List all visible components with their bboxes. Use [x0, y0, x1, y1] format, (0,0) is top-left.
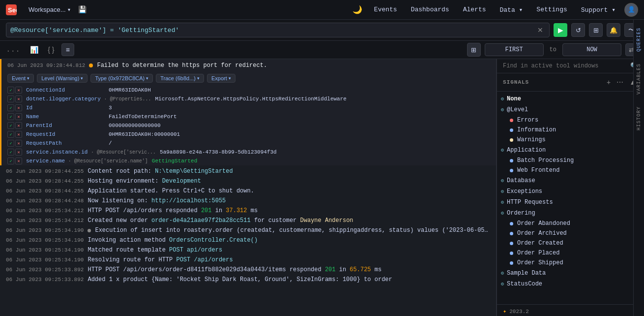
list-item[interactable]: 06 Jun 2023 09:25:34.212 HTTP POST /api/… — [0, 206, 496, 216]
signal-item-warnings[interactable]: Warnings — [497, 135, 644, 145]
log-message: HTTP POST /api/orders/order-d8411fb882e0… — [88, 266, 490, 273]
signal-item-errors[interactable]: Errors — [497, 115, 644, 125]
prop-include-check[interactable]: ✓ — [7, 122, 14, 129]
nav-settings-button[interactable]: Settings — [531, 4, 572, 15]
signal-radio-icon: ⊙ — [501, 107, 504, 113]
view-code-button[interactable]: { } — [45, 43, 58, 56]
view-list-button[interactable]: ≡ — [61, 43, 74, 56]
nav-alerts-button[interactable]: Alerts — [458, 4, 491, 15]
prop-exclude-check[interactable]: ✕ — [15, 122, 22, 129]
query-history-button[interactable]: ↺ — [571, 23, 585, 37]
signal-exceptions-header[interactable]: ⊙ Exceptions — [497, 186, 644, 197]
query-input[interactable] — [10, 27, 535, 34]
prop-include-check[interactable]: ✓ — [7, 95, 14, 102]
signal-item-order-placed[interactable]: Order Placed — [497, 248, 644, 258]
signal-level-label: @Level — [507, 106, 637, 113]
nav-events-button[interactable]: Events — [369, 4, 402, 15]
signal-none-header[interactable]: ⊙ None — [497, 94, 644, 104]
prop-exclude-check[interactable]: ✕ — [15, 149, 22, 156]
query-grid-button[interactable]: ⊞ — [589, 23, 603, 37]
prop-include-check[interactable]: ✓ — [7, 131, 14, 138]
prop-include-check[interactable]: ✓ — [7, 140, 14, 147]
list-item[interactable]: 06 Jun 2023 09:28:44.255 Content root pa… — [0, 166, 496, 176]
prop-include-check[interactable]: ✓ — [7, 113, 14, 120]
view-bar-button[interactable]: 📊 — [28, 43, 41, 56]
signal-item-order-abandoned[interactable]: Order Abandoned — [497, 219, 644, 228]
nav-data-button[interactable]: Data ▾ — [495, 4, 527, 16]
log-level-dot — [88, 229, 91, 232]
prop-exclude-check[interactable]: ✕ — [15, 140, 22, 147]
signal-application-header[interactable]: ⊙ Application ▲ — [497, 145, 644, 156]
signal-http-requests-header[interactable]: ⊙ HTTP Requests — [497, 197, 644, 208]
list-item[interactable]: 06 Jun 2023 09:25:33.892 Added 1 x produ… — [0, 275, 496, 284]
event-detail: 06 Jun 2023 09:28:44.812 Failed to deter… — [0, 59, 496, 165]
signal-item-order-archived[interactable]: Order Archived — [497, 228, 644, 238]
signal-ordering-header[interactable]: ⊙ Ordering ▲ — [497, 208, 644, 219]
prop-exclude-check[interactable]: ✕ — [15, 131, 22, 138]
list-item[interactable]: 06 Jun 2023 09:25:34.190 Invoking action… — [0, 235, 496, 245]
prop-name: RequestId — [26, 131, 105, 137]
signal-statuscode-header[interactable]: ⊙ StatusCode ▲ — [497, 279, 644, 289]
prop-exclude-check[interactable]: ✕ — [15, 104, 22, 111]
signal-sample-data-header[interactable]: ⊙ Sample Data — [497, 268, 644, 279]
list-item[interactable]: 06 Jun 2023 09:25:33.892 HTTP POST /api/… — [0, 265, 496, 275]
nav-dashboards-button[interactable]: Dashboards — [406, 4, 454, 15]
grid-layout-button[interactable]: ⊞ — [467, 43, 481, 57]
log-message: Content root path: N:\temp\GettingStarte… — [88, 168, 490, 175]
query-alert-button[interactable]: 🔔 — [607, 23, 620, 37]
side-tab-history[interactable]: History — [635, 102, 643, 134]
signal-database-header[interactable]: ⊙ Database — [497, 175, 644, 186]
prop-exclude-check[interactable]: ✕ — [15, 158, 22, 164]
query-bar: ✕ ▶ ↺ ⊞ 🔔 〜 — [0, 20, 644, 41]
signals-expand-button[interactable]: ⋯ — [615, 77, 625, 87]
signals-add-button[interactable]: + — [605, 77, 613, 87]
signal-application-label: Application — [507, 147, 637, 154]
nav-support-button[interactable]: Support ▾ — [576, 4, 620, 16]
signal-item-web-frontend[interactable]: Web Frontend — [497, 165, 644, 175]
prop-include-check[interactable]: ✓ — [7, 104, 14, 111]
event-detail-header[interactable]: 06 Jun 2023 09:28:44.812 Failed to deter… — [1, 59, 496, 72]
tag-type-button[interactable]: Type (0x972BC8CA) ▾ — [90, 74, 153, 83]
side-tab-queries[interactable]: Queries — [635, 24, 643, 56]
signal-level-header[interactable]: ⊙ @Level ▲ — [497, 104, 644, 115]
tag-level-button[interactable]: Level (Warning) ▾ — [37, 74, 88, 83]
workspace-button[interactable]: Workspace... ▾ — [25, 4, 74, 15]
prop-exclude-check[interactable]: ✕ — [15, 113, 22, 120]
theme-toggle-button[interactable]: 🌙 — [350, 3, 365, 16]
list-item[interactable]: 06 Jun 2023 09:28:44.255 Application sta… — [0, 186, 496, 196]
prop-exclude-check[interactable]: ✕ — [15, 87, 22, 94]
list-item[interactable]: 06 Jun 2023 09:25:34.212 Created new ord… — [0, 216, 496, 225]
prop-name: ConnectionId — [26, 87, 105, 93]
toolbar-row: ... 📊 { } ≡ ⊞ to ⇄ — [0, 41, 644, 59]
log-timestamp: 06 Jun 2023 09:25:33.892 — [6, 267, 84, 273]
run-query-button[interactable]: ▶ — [554, 23, 567, 37]
log-timestamp: 06 Jun 2023 09:25:34.190 — [6, 247, 84, 253]
signals-search-input[interactable] — [503, 63, 627, 69]
list-item[interactable]: 06 Jun 2023 09:25:34.190 Matched route t… — [0, 245, 496, 255]
list-item[interactable]: 06 Jun 2023 09:28:44.248 Now listening o… — [0, 196, 496, 206]
list-item[interactable]: 06 Jun 2023 09:28:44.255 Hosting environ… — [0, 176, 496, 186]
avatar[interactable]: 👤 — [624, 3, 638, 17]
list-item[interactable]: 06 Jun 2023 09:25:34.190 Resolving route… — [0, 255, 496, 265]
signal-item-order-shipped[interactable]: Order Shipped — [497, 258, 644, 268]
query-input-wrap: ✕ — [6, 23, 550, 37]
query-clear-button[interactable]: ✕ — [535, 26, 545, 34]
prop-include-check[interactable]: ✓ — [7, 158, 14, 164]
event-message: Failed to determine the https port for r… — [97, 62, 267, 69]
prop-include-check[interactable]: ✓ — [7, 87, 14, 94]
prop-val: / — [109, 140, 490, 146]
prop-include-check[interactable]: ✓ — [7, 149, 14, 156]
log-timestamp: 06 Jun 2023 09:25:34.212 — [6, 218, 84, 223]
side-tab-variables[interactable]: Variables — [635, 60, 643, 98]
tag-trace-button[interactable]: Trace (6b8d...) ▾ — [156, 74, 204, 83]
signals-header: SIGNALS + ⋯ ▲ — [497, 73, 644, 92]
range-from-input[interactable] — [485, 43, 544, 56]
range-to-input[interactable] — [562, 43, 621, 56]
tag-event-button[interactable]: Event ▾ — [7, 74, 34, 83]
signal-item-order-created[interactable]: Order Created — [497, 238, 644, 248]
list-item[interactable]: 06 Jun 2023 09:25:34.190 Execution of in… — [0, 225, 496, 235]
signal-item-information[interactable]: Information — [497, 125, 644, 135]
prop-exclude-check[interactable]: ✕ — [15, 95, 22, 102]
signal-item-batch-processing[interactable]: Batch Processing — [497, 156, 644, 165]
tag-export-button[interactable]: Export ▾ — [207, 74, 235, 83]
